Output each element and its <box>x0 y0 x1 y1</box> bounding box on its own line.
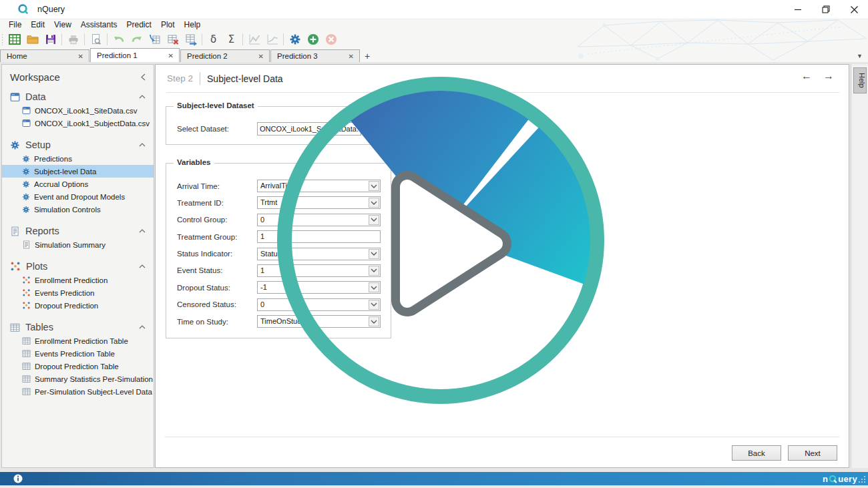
tab-close-icon[interactable]: ✕ <box>258 53 264 60</box>
censored-status-select[interactable]: 0 <box>257 298 381 311</box>
add-button[interactable] <box>304 31 321 47</box>
collapse-panel-icon[interactable] <box>141 73 146 81</box>
open-file-button[interactable] <box>24 31 41 47</box>
treatment-id-select[interactable]: Trtmt <box>257 196 381 209</box>
minimize-icon <box>795 6 802 13</box>
sidebar-section-data[interactable]: Data <box>2 87 154 104</box>
sidebar-item-subjectdata-csv[interactable]: ONCOX_iLook1_SubjectData.csv <box>2 117 154 130</box>
import-table-button[interactable] <box>146 31 163 47</box>
sidebar-item-sitedata-csv[interactable]: ONCOX_iLook1_SiteData.csv <box>2 104 154 117</box>
collapse-section-icon[interactable] <box>139 95 146 99</box>
collapse-section-icon[interactable] <box>139 325 146 329</box>
dropout-status-select[interactable]: -1 <box>257 281 381 294</box>
minimize-button[interactable] <box>784 0 812 19</box>
workspace-panel: Workspace Data ONCOX_iLook1_SiteData.csv… <box>1 64 154 468</box>
tab-close-icon[interactable]: ✕ <box>349 53 354 60</box>
sidebar-item-per-simulation-subject-level-data[interactable]: Per-Simulation Subject-Level Data <box>2 385 154 398</box>
delete-table-button[interactable] <box>164 31 181 47</box>
tab-prediction-3[interactable]: Prediction 3 ✕ <box>270 49 360 62</box>
menubar: File Edit View Assistants Predict Plot H… <box>0 19 868 30</box>
tab-list-dropdown-icon[interactable]: ▼ <box>857 53 863 59</box>
arrival-time-label: Arrival Time: <box>177 182 257 190</box>
step-back-arrow[interactable]: ← <box>801 70 812 82</box>
collapse-section-icon[interactable] <box>139 229 146 233</box>
status-indicator-select[interactable]: Status <box>257 248 381 260</box>
menu-file[interactable]: File <box>4 19 26 30</box>
redo-icon <box>130 33 144 46</box>
undo-button[interactable] <box>110 31 127 47</box>
sidebar-item-subject-level-data[interactable]: Subject-level Data <box>2 165 154 178</box>
tab-close-icon[interactable]: ✕ <box>168 52 174 59</box>
settings-button[interactable] <box>286 31 303 47</box>
arrival-time-select[interactable]: ArrivalTime <box>257 180 381 192</box>
redo-button[interactable] <box>128 31 145 47</box>
menu-help[interactable]: Help <box>180 19 206 30</box>
censored-status-label: Censored Status: <box>177 300 257 308</box>
restore-button[interactable] <box>812 0 840 19</box>
tab-label: Prediction 2 <box>187 52 228 60</box>
new-tab-button[interactable]: + <box>361 51 375 62</box>
sidebar-item-accrual-options[interactable]: Accrual Options <box>2 178 154 190</box>
sidebar-item-enrollment-prediction-table[interactable]: Enrollment Prediction Table <box>2 334 154 347</box>
tab-home[interactable]: Home ✕ <box>0 49 89 62</box>
sidebar-item-summary-statistics-per-simulation[interactable]: Summary Statistics Per-Simulation <box>2 373 154 385</box>
variables-group: Variables Arrival Time: ArrivalTime Trea… <box>166 163 391 338</box>
tab-prediction-2[interactable]: Prediction 2 ✕ <box>180 49 270 62</box>
save-button[interactable] <box>42 31 59 47</box>
sidebar-item-events-prediction-table[interactable]: Events Prediction Table <box>2 347 154 360</box>
collapse-section-icon[interactable] <box>139 143 146 147</box>
gear-icon <box>22 180 30 188</box>
menu-plot[interactable]: Plot <box>156 19 180 30</box>
sidebar-section-tables[interactable]: Tables <box>2 317 154 334</box>
new-table-button[interactable] <box>6 31 23 47</box>
sidebar-item-dropout-prediction-table[interactable]: Dropout Prediction Table <box>2 360 154 373</box>
status-indicator-label: Status Indicator: <box>177 250 257 258</box>
tab-label: Home <box>7 52 27 60</box>
sidebar-item-dropout-prediction[interactable]: Dropout Prediction <box>2 299 154 312</box>
step-forward-arrow[interactable]: → <box>823 70 834 82</box>
close-icon <box>851 6 858 13</box>
tab-close-icon[interactable]: ✕ <box>78 53 83 60</box>
print-preview-button[interactable] <box>87 31 104 47</box>
export-table-button[interactable] <box>182 31 199 47</box>
time-on-study-select[interactable]: TimeOnStudy <box>257 315 381 328</box>
collapse-section-icon[interactable] <box>139 264 146 268</box>
print-button[interactable] <box>65 31 81 47</box>
sidebar-section-setup[interactable]: Setup <box>2 135 154 152</box>
line-plot-button[interactable] <box>264 31 280 47</box>
sidebar-item-events-prediction[interactable]: Events Prediction <box>2 286 154 299</box>
resize-grip[interactable] <box>857 475 867 484</box>
next-button[interactable]: Next <box>788 445 837 461</box>
back-button[interactable]: Back <box>732 445 781 461</box>
menu-assistants[interactable]: Assistants <box>76 19 122 30</box>
restore-icon <box>822 5 830 13</box>
menu-predict[interactable]: Predict <box>122 19 156 30</box>
cancel-button[interactable] <box>322 31 339 47</box>
select-dataset-input[interactable] <box>257 122 361 136</box>
sidebar-item-event-dropout-models[interactable]: Event and Dropout Models <box>2 190 154 203</box>
treatment-group-input[interactable]: 1 <box>257 230 381 243</box>
workspace-title: Workspace <box>10 71 60 83</box>
sidebar-section-reports[interactable]: Reports <box>2 221 154 238</box>
tab-prediction-1[interactable]: Prediction 1 ✕ <box>90 48 180 62</box>
control-group-select[interactable]: 0 <box>257 214 381 226</box>
sigma-button[interactable]: Σ <box>223 31 240 47</box>
event-status-select[interactable]: 1 <box>257 264 381 277</box>
scatter-plot-button[interactable] <box>246 31 262 47</box>
help-tab[interactable]: Help <box>853 67 867 93</box>
toolbar-grip[interactable] <box>1 33 4 45</box>
sidebar-item-enrollment-prediction[interactable]: Enrollment Prediction <box>2 274 154 286</box>
sidebar-item-predictions[interactable]: Predictions <box>2 152 154 165</box>
subject-level-dataset-group: Subject-level Dataset Select Dataset: <box>166 106 391 145</box>
info-icon[interactable] <box>13 474 23 483</box>
main-panel: Step 2 Subject-level Data ← → Subject-le… <box>155 64 849 468</box>
menu-view[interactable]: View <box>49 19 76 30</box>
sidebar-item-simulation-summary[interactable]: Simulation Summary <box>2 238 154 251</box>
close-button[interactable] <box>840 0 868 19</box>
menu-edit[interactable]: Edit <box>26 19 49 30</box>
sidebar-item-simulation-controls[interactable]: Simulation Controls <box>2 203 154 216</box>
event-status-label: Event Status: <box>177 266 257 274</box>
delta-button[interactable]: δ <box>205 31 222 47</box>
table-icon <box>22 375 31 383</box>
sidebar-section-plots[interactable]: Plots <box>2 256 154 274</box>
